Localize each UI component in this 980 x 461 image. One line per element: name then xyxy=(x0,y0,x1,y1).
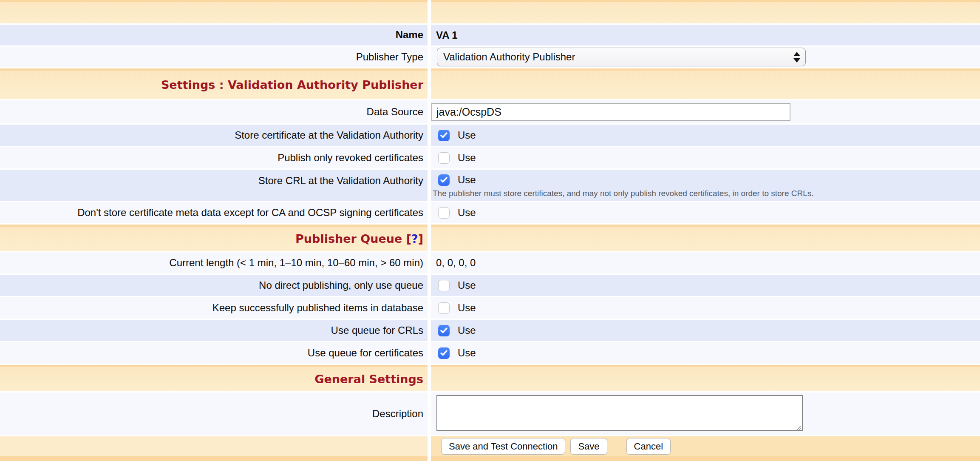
data-source-label: Data Source xyxy=(367,106,423,118)
top-section-band xyxy=(0,2,980,23)
select-stepper-icon xyxy=(793,52,800,63)
row-queue-for-crls: Use queue for CRLs Use xyxy=(0,320,980,341)
store-certificate-checkbox[interactable] xyxy=(438,130,450,141)
name-value: VA 1 xyxy=(436,29,458,41)
checkmark-icon xyxy=(440,177,448,183)
row-store-certificate: Store certificate at the Validation Auth… xyxy=(0,125,980,146)
save-and-test-connection-button[interactable]: Save and Test Connection xyxy=(441,438,565,455)
dont-store-meta-use-label[interactable]: Use xyxy=(458,207,476,219)
description-textarea[interactable] xyxy=(436,395,803,431)
store-crl-label: Store CRL at the Validation Authority xyxy=(258,175,423,187)
current-length-label: Current length (< 1 min, 1–10 min, 10–60… xyxy=(169,257,423,269)
keep-published-label: Keep successfully published items in dat… xyxy=(212,302,423,314)
row-name: Name VA 1 xyxy=(0,25,980,46)
store-certificate-label: Store certificate at the Validation Auth… xyxy=(235,129,423,142)
no-direct-publishing-label: No direct publishing, only use queue xyxy=(259,279,423,292)
settings-section-title: Settings : Validation Authority Publishe… xyxy=(161,78,423,91)
publish-only-revoked-use-label[interactable]: Use xyxy=(458,152,476,164)
no-direct-publishing-checkbox[interactable] xyxy=(438,280,450,291)
current-length-value: 0, 0, 0, 0 xyxy=(436,257,476,269)
cancel-button[interactable]: Cancel xyxy=(626,438,671,455)
keep-published-use-label[interactable]: Use xyxy=(458,302,476,314)
row-no-direct-publishing: No direct publishing, only use queue Use xyxy=(0,275,980,296)
queue-for-certificates-label: Use queue for certificates xyxy=(308,347,423,359)
row-actions: Save and Test Connection Save Cancel xyxy=(0,436,980,456)
dont-store-meta-label: Don't store certificate meta data except… xyxy=(77,207,423,219)
row-description: Description xyxy=(0,393,980,435)
publish-only-revoked-checkbox[interactable] xyxy=(438,152,450,164)
dont-store-meta-checkbox[interactable] xyxy=(438,207,450,219)
publisher-type-select[interactable]: Validation Authority Publisher xyxy=(437,48,806,66)
section-header-settings: Settings : Validation Authority Publishe… xyxy=(0,71,980,99)
store-crl-note: The publisher must store certificates, a… xyxy=(432,188,980,199)
queue-for-crls-checkbox[interactable] xyxy=(438,325,450,336)
checkmark-icon xyxy=(440,327,448,333)
queue-for-crls-label: Use queue for CRLs xyxy=(331,324,423,337)
queue-for-certificates-checkbox[interactable] xyxy=(438,347,450,359)
help-bracket-close: ] xyxy=(418,232,423,245)
checkmark-icon xyxy=(440,132,448,138)
checkmark-icon xyxy=(440,350,448,356)
name-label: Name xyxy=(396,29,423,41)
row-dont-store-meta: Don't store certificate meta data except… xyxy=(0,202,980,223)
row-keep-published: Keep successfully published items in dat… xyxy=(0,297,980,319)
section-header-publisher-queue: Publisher Queue [?] xyxy=(0,227,980,251)
save-button[interactable]: Save xyxy=(570,438,607,455)
row-current-length: Current length (< 1 min, 1–10 min, 10–60… xyxy=(0,252,980,273)
section-bottom-border xyxy=(0,456,980,461)
publisher-queue-section-title: Publisher Queue [?] xyxy=(295,232,423,245)
publish-only-revoked-label: Publish only revoked certificates xyxy=(278,152,423,164)
row-publisher-type: Publisher Type Validation Authority Publ… xyxy=(0,47,980,67)
publisher-type-selected-value: Validation Authority Publisher xyxy=(443,51,575,63)
row-queue-for-certificates: Use queue for certificates Use xyxy=(0,342,980,364)
queue-for-certificates-use-label[interactable]: Use xyxy=(458,347,476,359)
keep-published-checkbox[interactable] xyxy=(438,302,450,314)
store-crl-use-label[interactable]: Use xyxy=(458,174,476,186)
row-store-crl: Store CRL at the Validation Authority Us… xyxy=(0,170,980,201)
publisher-queue-help-link[interactable]: ? xyxy=(411,232,418,245)
no-direct-publishing-use-label[interactable]: Use xyxy=(458,279,476,291)
description-label: Description xyxy=(372,408,423,420)
section-header-general-settings: General Settings xyxy=(0,367,980,391)
store-crl-checkbox[interactable] xyxy=(438,174,450,186)
publisher-type-label: Publisher Type xyxy=(356,51,423,63)
store-certificate-use-label[interactable]: Use xyxy=(458,129,476,141)
row-data-source: Data Source xyxy=(0,100,980,123)
data-source-input[interactable] xyxy=(431,103,790,121)
queue-for-crls-use-label[interactable]: Use xyxy=(458,324,476,336)
general-settings-section-title: General Settings xyxy=(314,373,423,386)
help-bracket-open: [ xyxy=(406,232,411,245)
row-publish-only-revoked: Publish only revoked certificates Use xyxy=(0,147,980,168)
